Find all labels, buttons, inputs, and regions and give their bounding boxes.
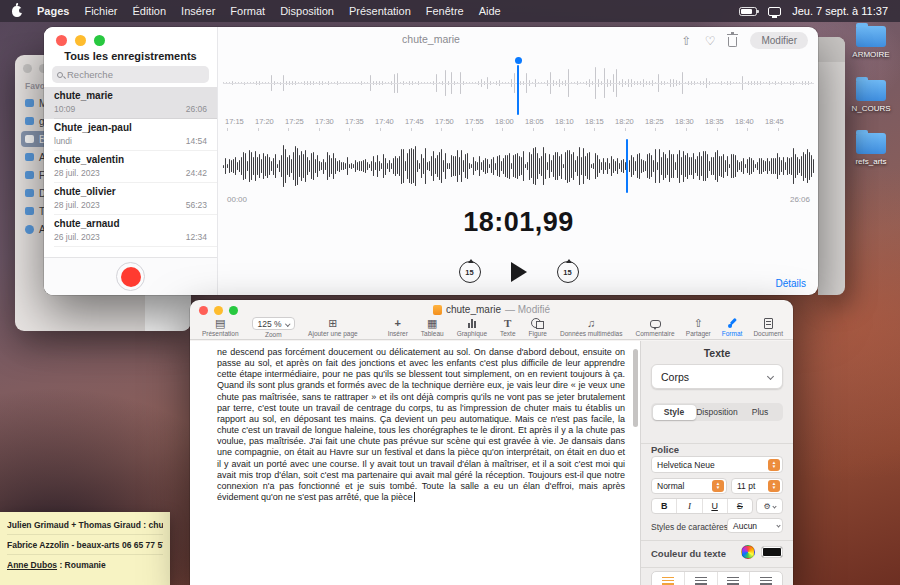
font-style-select[interactable]: Normal: [651, 478, 727, 494]
tab-style[interactable]: Style: [653, 405, 696, 420]
documents-icon: [25, 189, 34, 197]
media-button[interactable]: ♫Données multimédias: [560, 317, 623, 337]
stepper-icon[interactable]: [712, 480, 724, 492]
align-right-button[interactable]: [717, 572, 750, 585]
modified-indicator: — Modifié: [505, 304, 550, 315]
skip-forward-15-button[interactable]: 15: [557, 261, 579, 283]
scrollbar[interactable]: [633, 349, 638, 427]
recording-item-chute-jean-paul[interactable]: Chute_jean-paul lundi14:54: [44, 119, 217, 151]
recording-item-chute-arnaud[interactable]: chute_arnaud 26 juil. 202312:34: [44, 215, 217, 247]
trash-icon[interactable]: [728, 37, 737, 47]
tab-plus[interactable]: Plus: [739, 405, 782, 420]
record-button[interactable]: [116, 262, 145, 291]
character-format-buttons: B I U S: [651, 498, 753, 514]
align-justify-button[interactable]: [749, 572, 782, 585]
underline-button[interactable]: U: [702, 499, 727, 513]
tab-disposition[interactable]: Disposition: [696, 405, 739, 420]
record-dot: [121, 267, 141, 287]
text-color-well[interactable]: [761, 546, 783, 558]
menu-fenetre[interactable]: Fenêtre: [426, 5, 464, 17]
share-button[interactable]: ⇧Partager: [686, 317, 711, 337]
playback-controls: 15 15: [219, 261, 818, 283]
stepper-icon[interactable]: [768, 459, 780, 471]
color-wheel-button[interactable]: [741, 545, 755, 559]
menu-format[interactable]: Format: [230, 5, 265, 17]
desktop-folder-armoire[interactable]: ARMOIRE: [843, 26, 899, 59]
gear-icon: ⚙: [763, 502, 770, 511]
zoom-playhead[interactable]: [517, 65, 519, 115]
stepper-icon[interactable]: [768, 480, 780, 492]
airdrop-icon: [25, 225, 34, 234]
battery-icon[interactable]: [739, 7, 757, 16]
zoom-value: 125 %: [252, 317, 296, 330]
search-field[interactable]: [52, 66, 209, 83]
minimize-button[interactable]: [75, 35, 86, 46]
search-input[interactable]: [67, 69, 204, 80]
recording-duration: 26:06: [186, 104, 207, 114]
menu-bar-clock[interactable]: Jeu. 7 sept. à 11:37: [792, 5, 888, 17]
desktop-folder-n-cours[interactable]: N_COURS: [843, 80, 899, 113]
table-icon: ▦: [427, 317, 437, 329]
folder-label: N_COURS: [851, 104, 890, 113]
view-button[interactable]: ▤Présentation: [202, 317, 239, 337]
ruler-label: 17:15: [225, 117, 244, 126]
table-button[interactable]: ▦Tableau: [421, 317, 444, 337]
align-center-icon: [695, 577, 707, 585]
bold-button[interactable]: B: [652, 499, 676, 513]
italic-button[interactable]: I: [676, 499, 701, 513]
details-link[interactable]: Détails: [775, 278, 806, 289]
recording-item-chute-olivier[interactable]: chute_olivier 28 juil. 202356:23: [44, 183, 217, 215]
menu-fichier[interactable]: Fichier: [84, 5, 117, 17]
add-page-button[interactable]: ⊞Ajouter une page: [308, 317, 358, 337]
character-styles-dropdown[interactable]: Aucun: [727, 518, 783, 533]
desktop-folder-refs-arts[interactable]: refs_arts: [843, 133, 899, 166]
display-icon[interactable]: [768, 7, 781, 16]
font-family-select[interactable]: Helvetica Neue: [651, 456, 783, 473]
close-button[interactable]: [56, 35, 67, 46]
font-size-stepper[interactable]: 11 pt: [731, 478, 783, 494]
skip-back-15-button[interactable]: 15: [459, 261, 481, 283]
menu-disposition[interactable]: Disposition: [280, 5, 334, 17]
strikethrough-button[interactable]: S: [727, 499, 752, 513]
sticky-note[interactable]: Julien Grimaud + Thomas Giraud : chute F…: [0, 512, 170, 585]
overview-waveform[interactable]: [223, 141, 814, 191]
comment-button[interactable]: Commentaire: [636, 317, 675, 337]
paragraph-style-dropdown[interactable]: Corps: [651, 364, 783, 389]
background-window: [818, 37, 845, 295]
advanced-options-button[interactable]: ⚙: [756, 498, 783, 514]
text-cursor: [414, 492, 415, 502]
favorite-icon[interactable]: ♡: [705, 35, 716, 47]
insert-button[interactable]: +Insérer: [388, 317, 408, 337]
overview-playhead[interactable]: [626, 139, 628, 193]
chevron-down-icon: [776, 523, 780, 527]
font-section-label: Police: [651, 444, 679, 455]
document-page[interactable]: ne descend pas forcément doucement ou dé…: [190, 341, 640, 585]
share-icon[interactable]: ⇧: [682, 35, 692, 47]
menu-inserer[interactable]: Insérer: [181, 5, 215, 17]
align-center-button[interactable]: [684, 572, 717, 585]
ruler-label: 18:05: [525, 117, 544, 126]
recording-item-chute-valentin[interactable]: chute_valentin 28 juil. 202324:42: [44, 151, 217, 183]
play-button[interactable]: [511, 262, 527, 282]
zoom-control[interactable]: 125 %Zoom: [252, 317, 296, 338]
align-left-button[interactable]: [652, 572, 684, 585]
edit-button[interactable]: Modifier: [750, 32, 808, 49]
menu-edition[interactable]: Édition: [132, 5, 166, 17]
apple-menu-icon[interactable]: [12, 6, 22, 17]
text-box-button[interactable]: TTexte: [500, 317, 516, 337]
sticky-note-line: Anne Dubos : Roumanie: [7, 555, 163, 574]
add-page-icon: ⊞: [328, 317, 337, 329]
document-text[interactable]: ne descend pas forcément doucement ou dé…: [217, 347, 625, 503]
shape-button[interactable]: Figure: [529, 317, 547, 337]
menu-presentation[interactable]: Présentation: [349, 5, 411, 17]
menu-aide[interactable]: Aide: [479, 5, 501, 17]
format-button[interactable]: Format: [722, 317, 743, 337]
recording-item-chute-marie[interactable]: chute_marie 10:0926:06: [44, 87, 217, 119]
waveform-end-time: 26:06: [790, 195, 810, 204]
folder-icon: [856, 80, 886, 101]
menu-app-name[interactable]: Pages: [37, 5, 69, 17]
document-button[interactable]: Document: [753, 317, 783, 337]
chart-button[interactable]: Graphique: [457, 317, 487, 337]
recording-meta: lundi: [54, 136, 72, 146]
zoom-button[interactable]: [94, 35, 105, 46]
